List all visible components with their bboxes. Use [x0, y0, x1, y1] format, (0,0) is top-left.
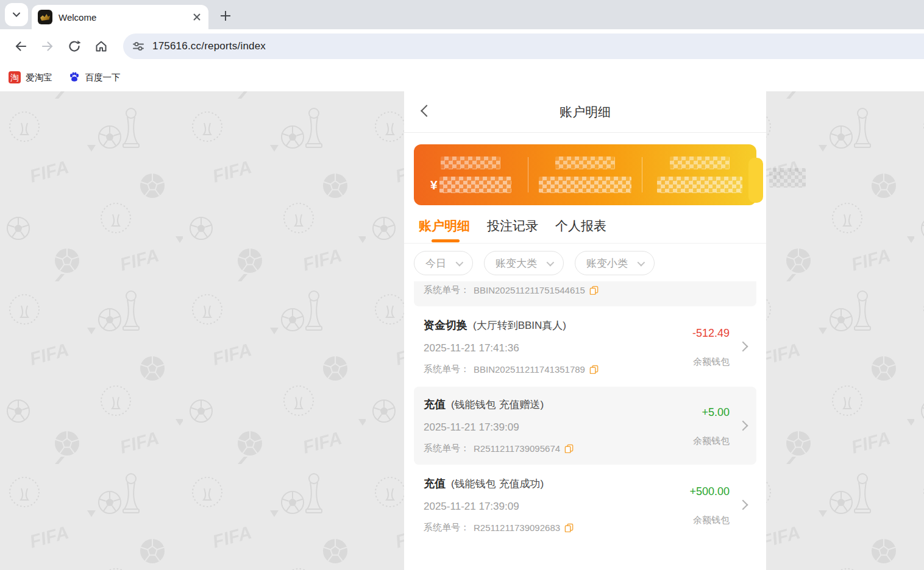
- site-favicon-icon: [38, 10, 52, 24]
- wallet-label: 余额钱包: [693, 515, 730, 526]
- panel-header: 账户明细: [404, 91, 766, 133]
- copy-icon[interactable]: [564, 523, 574, 532]
- forward-arrow-icon: [40, 39, 55, 54]
- filter-major-category[interactable]: 账变大类: [484, 251, 564, 275]
- filter-date-range[interactable]: 今日: [414, 251, 473, 275]
- summary-value-masked: [439, 177, 511, 193]
- chevron-down-icon: [12, 10, 21, 19]
- transaction-row[interactable]: 充值 (钱能钱包 充值成功) 2025-11-21 17:39:09 系统单号：…: [414, 466, 756, 544]
- currency-symbol: ¥: [430, 178, 438, 192]
- reload-button[interactable]: [61, 33, 88, 60]
- chevron-right-icon[interactable]: [738, 421, 748, 431]
- copy-icon[interactable]: [589, 365, 599, 374]
- tab-bet-records[interactable]: 投注记录: [487, 217, 538, 243]
- home-button[interactable]: [88, 33, 115, 60]
- baidu-paw-icon: [68, 71, 80, 83]
- account-detail-panel: 账户明细 ¥ 账户明细 投注记录: [404, 91, 766, 570]
- page-content: FIFA FIFA 账户明细 ¥: [0, 91, 924, 570]
- tab-personal-report[interactable]: 个人报表: [555, 217, 606, 243]
- chevron-down-icon: [638, 258, 645, 266]
- wallet-label: 余额钱包: [693, 356, 730, 368]
- page-title: 账户明细: [560, 104, 611, 121]
- summary-col-2: [528, 157, 642, 193]
- summary-value-masked: [657, 177, 742, 193]
- back-button[interactable]: [7, 33, 34, 60]
- copy-icon[interactable]: [564, 444, 574, 453]
- browser-toolbar: 175616.cc/reports/index: [0, 29, 924, 63]
- forward-button[interactable]: [34, 33, 61, 60]
- censored-blob: [769, 168, 806, 188]
- chevron-right-icon[interactable]: [738, 342, 748, 352]
- amount: +5.00: [702, 406, 730, 419]
- reload-icon: [67, 39, 82, 54]
- transaction-row[interactable]: 充值 (钱能钱包 充值赠送) 2025-11-21 17:39:09 系统单号：…: [414, 387, 756, 465]
- transaction-list[interactable]: 系统单号： BBIN202511211751544615 资金切换 (大厅转到B…: [404, 281, 766, 570]
- transaction-row-partial[interactable]: 系统单号： BBIN202511211751544615: [414, 281, 756, 306]
- copy-icon[interactable]: [589, 286, 599, 295]
- summary-label-masked: [441, 157, 500, 169]
- new-tab-button[interactable]: [217, 7, 234, 24]
- summary-col-1: ¥: [414, 157, 528, 193]
- bookmark-baidu[interactable]: 百度一下: [68, 71, 121, 83]
- filter-minor-category[interactable]: 账变小类: [575, 251, 655, 275]
- report-tabs: 账户明细 投注记录 个人报表: [404, 205, 766, 243]
- url-bar[interactable]: 175616.cc/reports/index: [123, 33, 924, 59]
- browser-tab[interactable]: Welcome: [32, 5, 208, 29]
- summary-value-masked: [539, 177, 631, 193]
- wallet-label: 余额钱包: [693, 435, 730, 447]
- back-chevron-icon[interactable]: [421, 105, 433, 117]
- tab-close-icon[interactable]: [191, 12, 202, 23]
- chevron-right-icon[interactable]: [738, 500, 748, 510]
- filters-row: 今日 账变大类 账变小类: [404, 244, 766, 281]
- amount: -512.49: [692, 327, 730, 340]
- summary-label-masked: [670, 157, 730, 169]
- summary-label-masked: [555, 157, 615, 169]
- summary-col-3: [642, 157, 756, 193]
- active-tab-underline: [432, 239, 460, 242]
- bookmarks-bar: 淘 爱淘宝 百度一下: [0, 63, 924, 91]
- taobao-icon: 淘: [9, 71, 21, 83]
- home-icon: [94, 39, 108, 54]
- chevron-down-icon: [547, 258, 555, 266]
- transaction-row[interactable]: 资金切换 (大厅转到BBIN真人) 2025-11-21 17:41:36 系统…: [414, 308, 756, 385]
- url-text[interactable]: 175616.cc/reports/index: [152, 40, 266, 52]
- site-settings-icon[interactable]: [132, 40, 145, 53]
- bookmark-aitaobao[interactable]: 淘 爱淘宝: [9, 71, 52, 83]
- amount: +500.00: [689, 485, 730, 498]
- chevron-down-icon: [456, 258, 464, 266]
- tab-title: Welcome: [59, 12, 191, 23]
- tab-list-button[interactable]: [5, 3, 28, 26]
- back-arrow-icon: [13, 39, 28, 54]
- browser-tab-strip: Welcome: [0, 0, 924, 29]
- summary-card: ¥: [414, 144, 756, 205]
